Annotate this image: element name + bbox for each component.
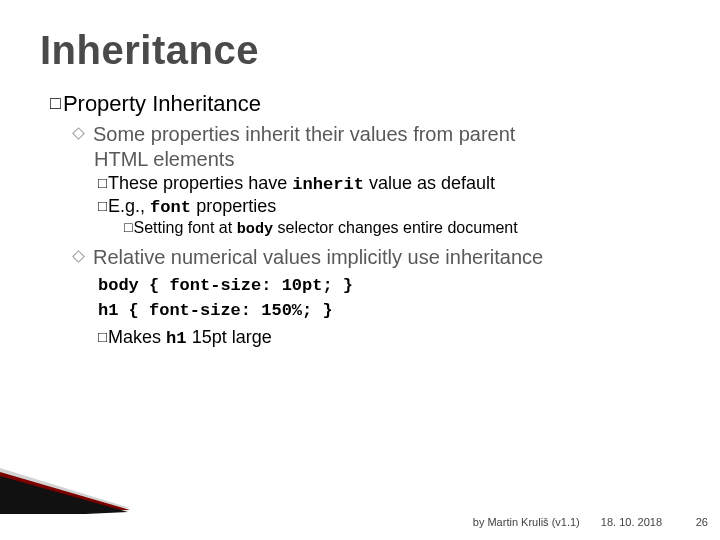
text-b: value as default bbox=[364, 173, 495, 193]
text-b: properties bbox=[191, 196, 276, 216]
text-a: E.g., bbox=[108, 196, 150, 216]
text-b: selector changes entire document bbox=[273, 219, 518, 236]
square-bullet-icon: □ bbox=[50, 93, 61, 114]
section-prefix: Property bbox=[63, 91, 146, 116]
code-inherit: inherit bbox=[292, 175, 364, 194]
svg-marker-0 bbox=[0, 468, 130, 510]
bullet-text: HTML elements bbox=[94, 148, 234, 170]
svg-marker-2 bbox=[0, 476, 128, 514]
code-h1-fontsize: h1 { font-size: 150%; } bbox=[98, 300, 680, 323]
square-bullet-icon: □ bbox=[98, 174, 107, 191]
svg-marker-1 bbox=[0, 472, 130, 514]
slide: Inheritance □Property Inheritance Some p… bbox=[0, 0, 720, 540]
bullet-result: □Makes h1 15pt large bbox=[98, 327, 680, 348]
bullet-text: Some properties inherit their values fro… bbox=[93, 123, 515, 145]
bullet-font-example: □E.g., font properties bbox=[98, 196, 680, 217]
bullet-inherit-values-cont: HTML elements bbox=[94, 148, 680, 171]
code-font: font bbox=[150, 198, 191, 217]
diamond-bullet-icon bbox=[72, 127, 85, 140]
square-bullet-icon: □ bbox=[98, 328, 107, 345]
text-a: Setting font at bbox=[133, 219, 236, 236]
square-bullet-icon: □ bbox=[98, 197, 107, 214]
text-a: These properties have bbox=[108, 173, 292, 193]
code-h1: h1 bbox=[166, 329, 187, 348]
square-bullet-icon: □ bbox=[124, 219, 132, 235]
slide-title: Inheritance bbox=[40, 28, 680, 73]
slide-footer: by Martin Kruliš (v1.1) 18. 10. 2018 bbox=[473, 516, 690, 528]
bullet-inherit-default: □These properties have inherit value as … bbox=[98, 173, 680, 194]
decorative-accent bbox=[0, 458, 130, 514]
code-body-fontsize: body { font-size: 10pt; } bbox=[98, 275, 680, 298]
bullet-text: Relative numerical values implicitly use… bbox=[93, 246, 543, 268]
bullet-inherit-values: Some properties inherit their values fro… bbox=[74, 123, 680, 146]
bullet-relative-values: Relative numerical values implicitly use… bbox=[74, 246, 680, 269]
footer-date: 18. 10. 2018 bbox=[601, 516, 662, 528]
page-number: 26 bbox=[696, 516, 708, 528]
bullet-body-selector: □Setting font at body selector changes e… bbox=[124, 219, 680, 238]
text-b: 15pt large bbox=[187, 327, 272, 347]
footer-author: by Martin Kruliš (v1.1) bbox=[473, 516, 580, 528]
diamond-bullet-icon bbox=[72, 250, 85, 263]
section-heading: □Property Inheritance bbox=[50, 91, 680, 117]
section-rest: Inheritance bbox=[146, 91, 261, 116]
text-a: Makes bbox=[108, 327, 166, 347]
code-body: body bbox=[237, 220, 273, 238]
